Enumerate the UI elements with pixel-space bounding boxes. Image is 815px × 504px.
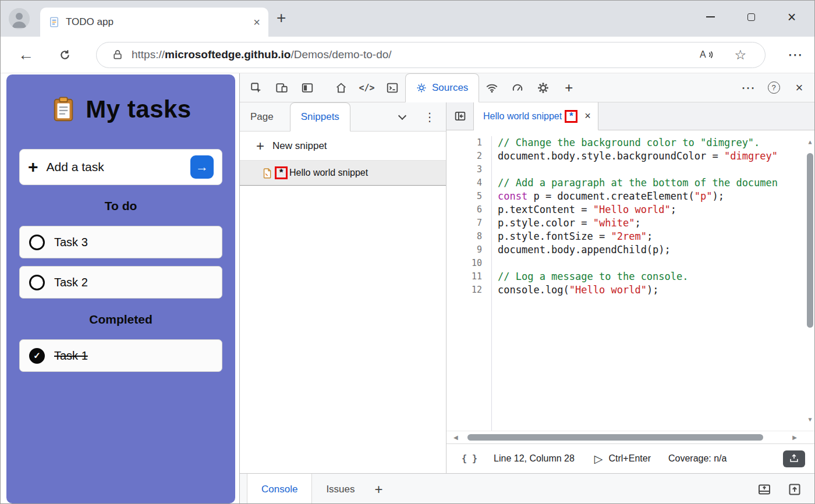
- close-window-button[interactable]: ×: [771, 1, 812, 33]
- minimize-icon: [706, 16, 715, 17]
- inspect-icon: [250, 81, 263, 94]
- line-number: 2: [447, 150, 482, 163]
- close-icon: ×: [796, 81, 803, 94]
- task-item[interactable]: Task 3: [19, 226, 222, 258]
- elements-icon: </>: [359, 83, 374, 93]
- scroll-down-arrow[interactable]: ▼: [808, 413, 812, 426]
- line-number: 10: [447, 257, 482, 270]
- hide-navigator-icon: [454, 110, 466, 122]
- toggle-navigator-button[interactable]: [447, 102, 474, 130]
- snippet-list-item[interactable]: * Hello world snippet: [240, 161, 446, 186]
- vertical-scroll-thumb[interactable]: [807, 153, 813, 328]
- elements-panel-button[interactable]: </>: [354, 73, 380, 102]
- dock-side-button[interactable]: [295, 73, 320, 102]
- site-info-button[interactable]: [112, 49, 123, 61]
- run-snippet-icon[interactable]: ▷: [594, 452, 603, 466]
- add-tools-button[interactable]: +: [556, 73, 582, 102]
- browser-titlebar: TODO app × + ×: [1, 1, 814, 37]
- scroll-right-arrow[interactable]: ▶: [792, 434, 797, 441]
- add-task-input[interactable]: + Add a task →: [19, 149, 222, 185]
- read-aloud-button[interactable]: A: [699, 48, 714, 62]
- help-button[interactable]: ?: [761, 73, 786, 102]
- task-item[interactable]: Task 2: [19, 266, 222, 299]
- submit-task-button[interactable]: →: [190, 155, 214, 179]
- performance-panel-button[interactable]: [505, 73, 530, 102]
- close-tab-icon[interactable]: ×: [584, 110, 591, 122]
- horizontal-scroll-thumb[interactable]: [467, 434, 763, 441]
- task-item[interactable]: ✓Task 1: [19, 339, 222, 372]
- profile-avatar[interactable]: [9, 8, 30, 29]
- maximize-button[interactable]: [731, 1, 771, 33]
- plus-icon: +: [565, 80, 573, 96]
- dock-side-icon: [301, 81, 314, 94]
- deploy-button[interactable]: [783, 450, 805, 467]
- code-line: document.body.appendChild(p);: [498, 243, 815, 257]
- drawer-tab-issues[interactable]: Issues: [312, 474, 368, 504]
- close-devtools-button[interactable]: ×: [786, 73, 812, 102]
- unchecked-circle-icon[interactable]: [29, 235, 45, 250]
- devtools-toolbar: </>: [240, 73, 815, 102]
- right-arrow-icon: →: [196, 159, 208, 175]
- add-task-label: Add a task: [47, 160, 182, 174]
- tab-close-icon[interactable]: ×: [253, 16, 260, 29]
- drawer-tab-console[interactable]: Console: [247, 474, 312, 504]
- settings-button[interactable]: [530, 73, 556, 102]
- task-label: Task 1: [54, 349, 88, 363]
- checked-circle-icon[interactable]: ✓: [29, 348, 45, 364]
- pretty-print-icon[interactable]: { }: [462, 453, 477, 464]
- vertical-scrollbar[interactable]: ▲ ▼: [805, 130, 815, 431]
- navigator-tabs: Page Snippets ⋮: [240, 102, 446, 132]
- editor-code: // Change the background color to "dimgr…: [492, 136, 815, 431]
- expand-drawer-button[interactable]: [788, 482, 802, 496]
- browser-window: TODO app × + × ← https://microsoft: [0, 0, 815, 504]
- sources-panel-tab[interactable]: Sources: [405, 73, 479, 102]
- favorites-star-button[interactable]: ☆: [734, 47, 746, 63]
- unchecked-circle-icon[interactable]: [29, 275, 45, 290]
- unsaved-indicator: *: [279, 167, 284, 179]
- editor-gutter: 123456789101112: [447, 136, 492, 431]
- welcome-home-button[interactable]: [328, 73, 354, 102]
- help-icon: ?: [768, 81, 780, 94]
- plus-icon: +: [375, 481, 383, 498]
- person-icon: [9, 8, 30, 29]
- more-options-button[interactable]: ⋯: [735, 73, 761, 102]
- horizontal-scrollbar[interactable]: ◀ ▶: [447, 431, 815, 444]
- tab-snippets[interactable]: Snippets: [290, 102, 350, 132]
- tab-page[interactable]: Page: [240, 111, 284, 123]
- reload-button[interactable]: [58, 48, 72, 62]
- performance-gauge-icon: [511, 81, 524, 94]
- new-snippet-button[interactable]: + New snippet: [240, 132, 446, 161]
- inspect-button[interactable]: [243, 73, 269, 102]
- url-scheme: https://: [132, 48, 165, 61]
- console-panel-button[interactable]: [380, 73, 405, 102]
- maximize-icon: [747, 13, 755, 21]
- kebab-menu-icon[interactable]: ⋮: [424, 110, 435, 124]
- address-bar[interactable]: https://microsoftedge.github.io/Demos/de…: [96, 42, 766, 68]
- editor-file-tab[interactable]: Hello world snippet * ×: [474, 102, 598, 130]
- browser-menu-button[interactable]: ⋯: [788, 46, 803, 64]
- console-sidebar-button[interactable]: [757, 482, 771, 496]
- browser-tab[interactable]: TODO app ×: [40, 8, 268, 37]
- device-emulation-button[interactable]: [269, 73, 295, 102]
- scroll-left-arrow[interactable]: ◀: [453, 434, 458, 441]
- code-line: p.style.color = "white";: [498, 216, 815, 230]
- unsaved-indicator: *: [569, 111, 573, 122]
- expand-panel-icon: [788, 482, 802, 496]
- upload-tray-icon: [788, 453, 800, 464]
- network-panel-button[interactable]: [479, 73, 505, 102]
- code-line: document.body.style.backgroundColor = "d…: [498, 150, 815, 163]
- minimize-button[interactable]: [690, 1, 731, 33]
- editor-tabbar: Hello world snippet * ×: [447, 102, 815, 130]
- add-drawer-tab-button[interactable]: +: [369, 474, 389, 504]
- chevron-down-icon[interactable]: [398, 111, 406, 119]
- scroll-up-arrow[interactable]: ▲: [808, 135, 812, 148]
- new-tab-button[interactable]: +: [277, 9, 286, 27]
- line-number: 5: [447, 190, 482, 203]
- page-content: My tasks + Add a task → To doTask 3Task …: [1, 73, 814, 504]
- line-number: 1: [447, 136, 482, 150]
- back-button[interactable]: ←: [18, 46, 34, 64]
- code-editor[interactable]: 123456789101112 // Change the background…: [447, 130, 815, 431]
- devtools-main: Page Snippets ⋮ + New snippet: [240, 102, 815, 473]
- gear-icon: [537, 81, 550, 94]
- todo-header: My tasks: [19, 95, 222, 123]
